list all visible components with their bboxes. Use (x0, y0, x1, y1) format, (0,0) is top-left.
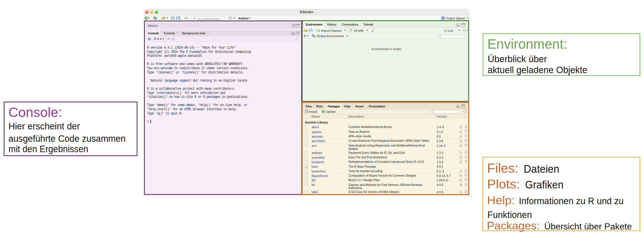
svg-text:R: R (442, 17, 444, 20)
